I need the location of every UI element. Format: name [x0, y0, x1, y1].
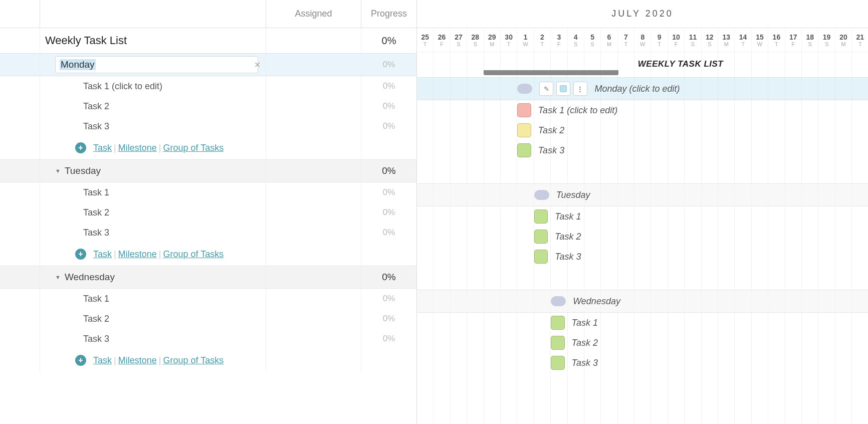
timeline-date-cell[interactable]: 16T	[768, 28, 785, 52]
gantt-task-row[interactable]: Task 3	[417, 247, 868, 267]
plus-icon[interactable]: +	[75, 249, 86, 260]
add-task-link[interactable]: Task	[93, 249, 112, 260]
task-row[interactable]: Task 30%	[0, 329, 416, 349]
gantt-bar[interactable]	[517, 103, 531, 117]
pencil-icon[interactable]: ✎	[539, 82, 553, 96]
task-row[interactable]: Task 30%	[0, 116, 416, 136]
group-name-input[interactable]: Monday	[55, 56, 258, 73]
task-row[interactable]: Task 10%	[0, 289, 416, 309]
gantt-task-label: Task 3	[572, 358, 598, 368]
gantt-task-label: Task 1	[572, 318, 598, 328]
group-name: Wednesday	[65, 272, 115, 283]
gantt-bar[interactable]	[551, 316, 564, 330]
timeline-date-cell[interactable]: 15W	[752, 28, 768, 52]
add-task-link[interactable]: Task	[93, 143, 112, 153]
timeline-date-cell[interactable]: 2T	[534, 28, 551, 52]
group-row[interactable]: ▼Tuesday0%	[0, 159, 416, 182]
task-name: Task 1	[83, 294, 109, 304]
group-name: Tuesday	[65, 165, 101, 176]
gantt-bar[interactable]	[534, 230, 548, 244]
timeline-date-cell[interactable]: 5S	[584, 28, 601, 52]
gantt-bar[interactable]	[534, 209, 548, 224]
task-row[interactable]: Task 20%	[0, 96, 416, 116]
collapse-icon[interactable]: ▼	[55, 168, 61, 174]
timeline-date-cell[interactable]: 29M	[484, 28, 501, 52]
group-progress: 0%	[383, 60, 395, 70]
task-progress: 0%	[383, 228, 395, 238]
gantt-task-row[interactable]: Task 1	[417, 313, 868, 333]
column-header-assigned[interactable]: Assigned	[266, 0, 361, 28]
timeline-date-cell[interactable]: 13M	[718, 28, 735, 52]
gantt-task-row[interactable]: Task 2	[417, 120, 868, 140]
task-row[interactable]: Task 20%	[0, 202, 416, 223]
gantt-bar[interactable]	[551, 356, 564, 370]
column-header-progress[interactable]: Progress	[361, 0, 416, 28]
collapse-icon[interactable]: ▼	[55, 274, 61, 280]
more-icon[interactable]: ⋮	[573, 82, 587, 96]
add-group-link[interactable]: Group of Tasks	[163, 355, 224, 366]
gantt-task-row[interactable]: Task 2	[417, 333, 868, 353]
gantt-group-row[interactable]: Wednesday	[417, 290, 868, 313]
timeline-date-cell[interactable]: 19S	[818, 28, 835, 52]
task-progress: 0%	[383, 121, 395, 131]
project-title: Weekly Task List	[45, 34, 127, 47]
timeline-date-cell[interactable]: 30T	[501, 28, 517, 52]
plus-icon[interactable]: +	[75, 142, 86, 153]
group-pill[interactable]	[534, 190, 549, 200]
gantt-task-row[interactable]: Task 2	[417, 227, 868, 247]
plus-icon[interactable]: +	[75, 355, 86, 366]
timeline-date-cell[interactable]: 14T	[735, 28, 751, 52]
timeline-date-cell[interactable]: 4S	[568, 28, 584, 52]
group-progress: 0%	[382, 272, 395, 283]
task-row[interactable]: Task 30%	[0, 223, 416, 243]
task-row[interactable]: Task 10%	[0, 182, 416, 202]
gantt-task-row[interactable]: Task 3	[417, 140, 868, 160]
gantt-group-row[interactable]: ✎⋮Monday (click to edit)	[417, 77, 868, 100]
timeline-date-cell[interactable]: 17F	[785, 28, 802, 52]
group-row[interactable]: ▼Wednesday0%	[0, 266, 416, 289]
add-task-link[interactable]: Task	[93, 355, 112, 366]
gantt-project-row: WEEKLY TASK LIST	[417, 52, 868, 77]
gantt-bar[interactable]	[517, 123, 531, 137]
timeline-date-cell[interactable]: 6M	[601, 28, 617, 52]
gantt-task-row[interactable]: Task 1 (click to edit)	[417, 100, 868, 120]
timeline-date-cell[interactable]: 7T	[618, 28, 634, 52]
gantt-task-row[interactable]: Task 1	[417, 206, 868, 227]
task-row[interactable]: Task 1 (click to edit)0%	[0, 76, 416, 96]
timeline-date-cell[interactable]: 18S	[802, 28, 818, 52]
add-milestone-link[interactable]: Milestone	[118, 249, 157, 260]
gantt-bar[interactable]	[517, 143, 531, 157]
add-group-link[interactable]: Group of Tasks	[163, 143, 224, 153]
task-progress: 0%	[383, 294, 395, 304]
gantt-bar[interactable]	[551, 336, 564, 350]
timeline-date-cell[interactable]: 12S	[702, 28, 718, 52]
add-group-link[interactable]: Group of Tasks	[163, 249, 224, 260]
project-row[interactable]: Weekly Task List 0%	[0, 28, 416, 53]
add-milestone-link[interactable]: Milestone	[118, 143, 157, 153]
task-progress: 0%	[383, 101, 395, 111]
gantt-group-row[interactable]: Tuesday	[417, 183, 868, 206]
group-row[interactable]: Monday✕0%	[0, 53, 416, 76]
timeline-date-cell[interactable]: 1W	[517, 28, 534, 52]
add-milestone-link[interactable]: Milestone	[118, 355, 157, 366]
timeline-date-cell[interactable]: 8W	[634, 28, 651, 52]
group-pill[interactable]	[551, 296, 566, 306]
add-row: +Task | Milestone | Group of Tasks	[0, 349, 416, 372]
group-pill[interactable]	[517, 84, 532, 94]
timeline-date-cell[interactable]: 10F	[668, 28, 685, 52]
gantt-bar[interactable]	[534, 250, 548, 264]
task-name: Task 3	[83, 228, 109, 238]
timeline-date-cell[interactable]: 25T	[417, 28, 433, 52]
clear-icon[interactable]: ✕	[254, 60, 261, 70]
timeline-date-cell[interactable]: 27S	[451, 28, 467, 52]
timeline-date-cell[interactable]: 20M	[835, 28, 852, 52]
gantt-task-row[interactable]: Task 3	[417, 353, 868, 373]
color-picker-icon[interactable]	[556, 82, 570, 96]
task-row[interactable]: Task 20%	[0, 309, 416, 329]
timeline-date-cell[interactable]: 11S	[685, 28, 701, 52]
timeline-date-cell[interactable]: 3F	[551, 28, 567, 52]
timeline-date-cell[interactable]: 28S	[467, 28, 484, 52]
timeline-date-cell[interactable]: 26F	[433, 28, 450, 52]
timeline-date-cell[interactable]: 9T	[651, 28, 668, 52]
timeline-date-cell[interactable]: 21T	[852, 28, 868, 52]
